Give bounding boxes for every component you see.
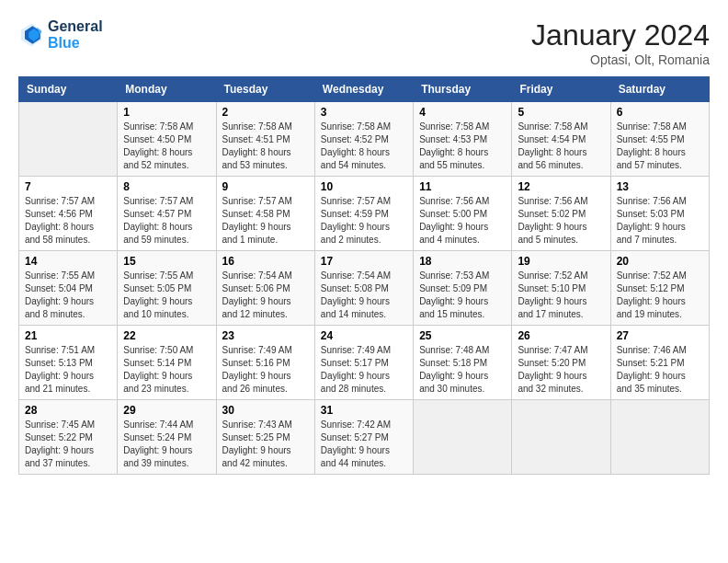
day-info: Sunrise: 7:49 AM Sunset: 5:16 PM Dayligh… [222,344,309,396]
calendar-cell: 14 Sunrise: 7:55 AM Sunset: 5:04 PM Dayl… [19,251,118,326]
sunrise-text: Sunrise: 7:48 AM [419,344,506,357]
sunrise-text: Sunrise: 7:56 AM [617,195,703,208]
daylight-text: Daylight: 9 hours and 28 minutes. [321,370,407,396]
sunrise-text: Sunrise: 7:57 AM [25,195,111,208]
day-info: Sunrise: 7:58 AM Sunset: 4:53 PM Dayligh… [419,121,506,172]
day-info: Sunrise: 7:58 AM Sunset: 4:55 PM Dayligh… [617,121,703,172]
day-info: Sunrise: 7:52 AM Sunset: 5:10 PM Dayligh… [518,270,604,321]
calendar-cell: 5 Sunrise: 7:58 AM Sunset: 4:54 PM Dayli… [512,102,610,177]
daylight-text: Daylight: 9 hours and 15 minutes. [419,295,506,321]
sunset-text: Sunset: 5:12 PM [617,282,703,295]
daylight-text: Daylight: 9 hours and 7 minutes. [617,221,703,247]
daylight-text: Daylight: 8 hours and 56 minutes. [518,146,604,172]
sunset-text: Sunset: 5:17 PM [321,357,407,370]
calendar-cell: 27 Sunrise: 7:46 AM Sunset: 5:21 PM Dayl… [610,326,709,400]
sunset-text: Sunset: 5:18 PM [419,357,506,370]
day-info: Sunrise: 7:58 AM Sunset: 4:52 PM Dayligh… [321,121,407,172]
day-info: Sunrise: 7:46 AM Sunset: 5:21 PM Dayligh… [617,344,703,396]
calendar-table: SundayMondayTuesdayWednesdayThursdayFrid… [18,76,710,475]
day-number: 23 [222,329,309,342]
sunset-text: Sunset: 4:50 PM [123,133,210,146]
day-number: 24 [321,329,407,342]
calendar-week-row: 7 Sunrise: 7:57 AM Sunset: 4:56 PM Dayli… [19,177,710,251]
day-info: Sunrise: 7:49 AM Sunset: 5:17 PM Dayligh… [321,344,407,396]
daylight-text: Daylight: 8 hours and 58 minutes. [25,221,111,247]
logo-icon [18,22,44,48]
day-number: 21 [25,329,111,342]
sunrise-text: Sunrise: 7:46 AM [617,344,703,357]
sunset-text: Sunset: 5:21 PM [617,357,703,370]
sunrise-text: Sunrise: 7:51 AM [25,344,111,357]
calendar-cell: 6 Sunrise: 7:58 AM Sunset: 4:55 PM Dayli… [610,102,709,177]
sunrise-text: Sunrise: 7:53 AM [419,270,506,282]
sunset-text: Sunset: 5:09 PM [419,282,506,295]
sunrise-text: Sunrise: 7:47 AM [518,344,604,357]
calendar-cell: 11 Sunrise: 7:56 AM Sunset: 5:00 PM Dayl… [414,177,512,251]
sunrise-text: Sunrise: 7:52 AM [617,270,703,282]
weekday-header: Saturday [610,77,709,102]
calendar-cell: 7 Sunrise: 7:57 AM Sunset: 4:56 PM Dayli… [19,177,118,251]
calendar-cell: 21 Sunrise: 7:51 AM Sunset: 5:13 PM Dayl… [19,326,118,400]
daylight-text: Daylight: 9 hours and 17 minutes. [518,295,604,321]
sunrise-text: Sunrise: 7:52 AM [518,270,604,282]
calendar-cell [19,102,118,177]
daylight-text: Daylight: 9 hours and 39 minutes. [123,444,210,470]
calendar-cell: 16 Sunrise: 7:54 AM Sunset: 5:06 PM Dayl… [216,251,314,326]
day-number: 13 [617,180,703,193]
calendar-cell: 19 Sunrise: 7:52 AM Sunset: 5:10 PM Dayl… [512,251,610,326]
day-number: 12 [518,180,604,193]
calendar-week-row: 21 Sunrise: 7:51 AM Sunset: 5:13 PM Dayl… [19,326,710,400]
sunset-text: Sunset: 5:14 PM [123,357,210,370]
calendar-cell: 10 Sunrise: 7:57 AM Sunset: 4:59 PM Dayl… [314,177,413,251]
location: Optasi, Olt, Romania [531,52,710,67]
day-info: Sunrise: 7:55 AM Sunset: 5:05 PM Dayligh… [123,270,210,321]
sunset-text: Sunset: 4:59 PM [321,208,407,221]
sunset-text: Sunset: 4:52 PM [321,133,407,146]
day-info: Sunrise: 7:57 AM Sunset: 4:56 PM Dayligh… [25,195,111,247]
daylight-text: Daylight: 8 hours and 55 minutes. [419,146,506,172]
sunrise-text: Sunrise: 7:55 AM [123,270,210,282]
daylight-text: Daylight: 8 hours and 54 minutes. [321,146,407,172]
sunset-text: Sunset: 5:20 PM [518,357,604,370]
day-info: Sunrise: 7:58 AM Sunset: 4:54 PM Dayligh… [518,121,604,172]
daylight-text: Daylight: 9 hours and 4 minutes. [419,221,506,247]
day-number: 29 [123,404,210,417]
daylight-text: Daylight: 9 hours and 37 minutes. [25,444,111,470]
day-info: Sunrise: 7:51 AM Sunset: 5:13 PM Dayligh… [25,344,111,396]
calendar-cell: 4 Sunrise: 7:58 AM Sunset: 4:53 PM Dayli… [414,102,512,177]
calendar-cell: 23 Sunrise: 7:49 AM Sunset: 5:16 PM Dayl… [216,326,314,400]
calendar-cell: 13 Sunrise: 7:56 AM Sunset: 5:03 PM Dayl… [610,177,709,251]
day-info: Sunrise: 7:55 AM Sunset: 5:04 PM Dayligh… [25,270,111,321]
day-info: Sunrise: 7:47 AM Sunset: 5:20 PM Dayligh… [518,344,604,396]
sunset-text: Sunset: 4:55 PM [617,133,703,146]
calendar-cell: 18 Sunrise: 7:53 AM Sunset: 5:09 PM Dayl… [414,251,512,326]
day-number: 3 [321,106,407,119]
daylight-text: Daylight: 9 hours and 5 minutes. [518,221,604,247]
calendar-cell: 29 Sunrise: 7:44 AM Sunset: 5:24 PM Dayl… [118,400,216,475]
day-number: 17 [321,255,407,268]
sunrise-text: Sunrise: 7:50 AM [123,344,210,357]
day-info: Sunrise: 7:57 AM Sunset: 4:59 PM Dayligh… [321,195,407,247]
calendar-cell: 22 Sunrise: 7:50 AM Sunset: 5:14 PM Dayl… [118,326,216,400]
daylight-text: Daylight: 9 hours and 1 minute. [222,221,309,247]
sunrise-text: Sunrise: 7:58 AM [617,121,703,133]
day-number: 15 [123,255,210,268]
daylight-text: Daylight: 8 hours and 53 minutes. [222,146,309,172]
calendar-cell: 20 Sunrise: 7:52 AM Sunset: 5:12 PM Dayl… [610,251,709,326]
sunset-text: Sunset: 5:27 PM [321,431,407,444]
daylight-text: Daylight: 9 hours and 42 minutes. [222,444,309,470]
day-info: Sunrise: 7:57 AM Sunset: 4:57 PM Dayligh… [123,195,210,247]
day-info: Sunrise: 7:44 AM Sunset: 5:24 PM Dayligh… [123,419,210,470]
daylight-text: Daylight: 9 hours and 10 minutes. [123,295,210,321]
sunset-text: Sunset: 5:10 PM [518,282,604,295]
calendar-cell: 15 Sunrise: 7:55 AM Sunset: 5:05 PM Dayl… [118,251,216,326]
page-header: General Blue January 2024 Optasi, Olt, R… [18,18,710,67]
sunset-text: Sunset: 5:08 PM [321,282,407,295]
weekday-header: Monday [118,77,216,102]
daylight-text: Daylight: 9 hours and 12 minutes. [222,295,309,321]
day-number: 4 [419,106,506,119]
sunrise-text: Sunrise: 7:58 AM [419,121,506,133]
calendar-cell: 17 Sunrise: 7:54 AM Sunset: 5:08 PM Dayl… [314,251,413,326]
day-number: 7 [25,180,111,193]
calendar-cell: 24 Sunrise: 7:49 AM Sunset: 5:17 PM Dayl… [314,326,413,400]
